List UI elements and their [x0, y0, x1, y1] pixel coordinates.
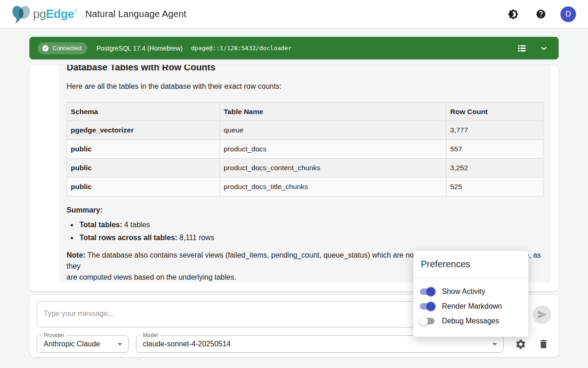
bullet-text: 4 tables	[122, 221, 150, 229]
col-header-row-count: Row Count	[447, 103, 543, 121]
toggle-label: Render Markdown	[442, 302, 502, 310]
connection-status-label: Connected	[52, 45, 81, 52]
wordmark-edge: Edge	[46, 7, 74, 21]
toggle-label: Debug Messages	[442, 317, 499, 325]
bullet-bold: Total tables:	[79, 221, 122, 229]
preferences-popup: Preferences Show Activity Render Markdow…	[413, 251, 528, 337]
summary-heading: Summary:	[67, 206, 543, 214]
send-button[interactable]	[533, 305, 551, 324]
wordmark-pg: pg	[33, 7, 46, 21]
model-value: claude-sonnet-4-20250514	[143, 340, 231, 348]
header-actions: D	[505, 6, 576, 22]
app-window: pgEdge® Natural Language Agent D	[0, 0, 588, 368]
gear-icon	[515, 339, 526, 350]
pgedge-logo: pgEdge®	[11, 5, 77, 23]
help-icon	[536, 9, 546, 19]
bullet-bold: Total rows across all tables:	[79, 234, 177, 242]
cell-schema: public	[67, 159, 220, 178]
app-header: pgEdge® Natural Language Agent D	[0, 0, 588, 29]
connection-bar-actions	[515, 42, 550, 55]
cell-row-count: 525	[447, 178, 543, 196]
caret-down-icon	[114, 339, 125, 350]
toggle-label: Show Activity	[442, 288, 485, 296]
cell-row-count: 3,777	[447, 121, 543, 140]
bullet-text: 8,111 rows	[177, 234, 214, 242]
table-row: public product_docs_title_chunks 525	[67, 178, 543, 196]
page-title: Natural Language Agent	[85, 9, 187, 19]
message-heading: Database Tables with Row Counts	[67, 65, 543, 73]
clear-chat-button[interactable]	[535, 336, 552, 352]
preferences-title: Preferences	[413, 251, 528, 277]
show-activity-switch[interactable]	[419, 287, 435, 296]
list-item: Total rows across all tables: 8,111 rows	[67, 231, 543, 244]
settings-button[interactable]	[512, 336, 529, 352]
cell-table-name: product_docs_title_chunks	[220, 178, 447, 196]
model-select[interactable]: Model claude-sonnet-4-20250514	[136, 335, 503, 353]
table-list-icon	[517, 43, 527, 53]
table-row: public product_docs_content_chunks 3,252	[67, 159, 543, 178]
schema-browser-button[interactable]	[515, 42, 528, 55]
cell-row-count: 557	[447, 140, 543, 159]
row-counts-table: Schema Table Name Row Count pgedge_vecto…	[67, 102, 543, 196]
cell-schema: public	[67, 140, 220, 159]
col-header-table-name: Table Name	[220, 103, 447, 121]
preferences-list: Show Activity Render Markdown Debug Mess…	[413, 278, 528, 333]
trash-icon	[538, 339, 549, 350]
toggle-debug-messages[interactable]: Debug Messages	[419, 314, 523, 328]
chevron-down-icon	[539, 43, 549, 53]
connection-collapse-button[interactable]	[537, 42, 550, 55]
cell-schema: pgedge_vectorizer	[67, 121, 220, 140]
pgedge-heart-icon	[11, 5, 32, 23]
debug-messages-switch[interactable]	[419, 316, 435, 326]
table-row: public product_docs 557	[67, 140, 543, 159]
user-avatar[interactable]: D	[560, 6, 576, 22]
cell-row-count: 3,252	[447, 159, 543, 178]
connection-status-badge: Connected	[38, 42, 87, 54]
note-bold: Note:	[67, 251, 85, 259]
list-item: Total tables: 4 tables	[67, 218, 543, 231]
render-markdown-switch[interactable]	[419, 302, 435, 311]
theme-toggle-button[interactable]	[505, 6, 521, 22]
cell-table-name: product_docs	[220, 140, 447, 159]
avatar-initial: D	[565, 10, 571, 19]
toggle-show-activity[interactable]: Show Activity	[419, 284, 523, 299]
provider-value: Anthropic Claude	[44, 340, 100, 348]
toggle-render-markdown[interactable]: Render Markdown	[419, 299, 523, 314]
summary-list: Total tables: 4 tables Total rows across…	[67, 218, 543, 244]
table-header-row: Schema Table Name Row Count	[67, 103, 543, 121]
connection-bar: Connected PostgreSQL 17.4 (Homebrew) dpa…	[29, 37, 559, 59]
table-row: pgedge_vectorizer queue 3,777	[67, 121, 543, 140]
registered-mark: ®	[74, 9, 77, 13]
message-intro: Here are all the tables in the database …	[67, 82, 543, 91]
caret-down-icon	[489, 339, 500, 350]
cell-table-name: product_docs_content_chunks	[220, 159, 447, 178]
cell-schema: public	[67, 178, 220, 196]
model-label: Model	[141, 332, 160, 339]
provider-label: Provider	[42, 332, 66, 339]
assistant-message-bubble: Database Tables with Row Counts Here are…	[59, 65, 551, 282]
pgedge-wordmark: pgEdge®	[33, 7, 77, 21]
col-header-schema: Schema	[67, 103, 220, 121]
help-button[interactable]	[533, 6, 548, 22]
note-line2: are computed views based on the underlyi…	[67, 273, 236, 281]
cell-table-name: queue	[220, 121, 447, 140]
server-version-label: PostgreSQL 17.4 (Homebrew)	[96, 45, 183, 52]
check-circle-icon	[42, 45, 49, 52]
send-icon	[537, 310, 547, 320]
provider-select[interactable]: Provider Anthropic Claude	[37, 335, 129, 353]
connection-string: dpage@::1/128:5432/docloader	[191, 45, 292, 52]
brightness-icon	[508, 9, 519, 20]
